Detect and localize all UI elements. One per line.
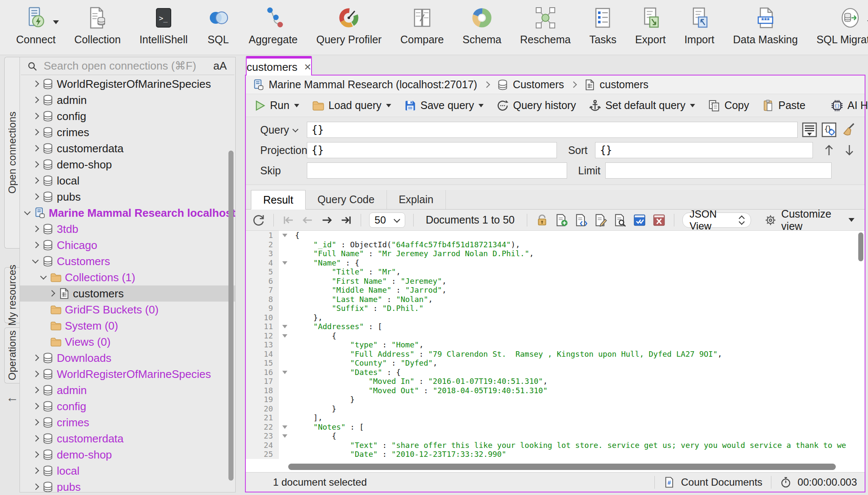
sidebar-tab-my-resources[interactable]: My resources xyxy=(4,267,19,323)
delete-doc-icon[interactable] xyxy=(652,213,666,227)
toolbar-export[interactable]: Export xyxy=(626,5,675,47)
editor-line-3[interactable]: 3 "Full Name" : "Mr Jeremey Jarrod Nolan… xyxy=(246,249,865,258)
editor-horizontal-scrollbar-thumb[interactable] xyxy=(288,464,836,470)
chevron-right-icon[interactable] xyxy=(31,402,40,411)
chevron-right-icon[interactable] xyxy=(31,160,40,169)
breadcrumb-customers[interactable]: Customers xyxy=(513,78,564,91)
toolbar-sql[interactable]: SQL xyxy=(197,5,239,47)
editor-line-17[interactable]: 17 "Moved In" : "2016-01-07T19:40:51.310… xyxy=(246,377,865,386)
query-label[interactable]: Query xyxy=(260,124,307,136)
caret-down-icon[interactable] xyxy=(386,104,391,107)
tree-item-worldregisterofmarinespecies[interactable]: WorldRegisterOfMarineSpecies xyxy=(20,76,235,92)
tree-item-gridfs-buckets-0[interactable]: GridFS Buckets (0) xyxy=(20,302,235,318)
editor-line-7[interactable]: 7 "Middle Name" : "Jarrod", xyxy=(246,285,865,295)
tree-item-crimes[interactable]: crimes xyxy=(20,124,235,140)
query-settings-icon[interactable]: {} xyxy=(821,122,837,137)
caret-down-icon[interactable] xyxy=(53,20,59,24)
fold-toggle-icon[interactable] xyxy=(279,231,291,240)
copy-button[interactable]: Copy xyxy=(708,99,749,112)
caret-down-icon[interactable] xyxy=(690,104,695,107)
collapse-sidebar-button[interactable]: ← xyxy=(6,390,19,405)
first-page-icon[interactable] xyxy=(282,213,295,227)
sort-ascending-icon[interactable] xyxy=(822,143,836,157)
count-documents-button[interactable]: Count Documents xyxy=(681,476,762,488)
tree-item-customerdata[interactable]: customerdata xyxy=(20,140,235,157)
toolbar-sql-migration[interactable]: SQL Migration xyxy=(807,5,868,47)
toolbar-query-profiler[interactable]: Query Profiler xyxy=(307,5,391,47)
tree-item-3tdb[interactable]: 3tdb xyxy=(20,221,235,237)
tree-item-system-0[interactable]: System (0) xyxy=(20,318,235,334)
tree-item-demo-shop[interactable]: demo-shop xyxy=(20,157,235,173)
page-size-select[interactable]: 50 xyxy=(369,213,405,228)
chevron-right-icon[interactable] xyxy=(31,225,40,233)
chevron-down-icon[interactable] xyxy=(31,257,40,266)
toolbar-import[interactable]: Import xyxy=(675,5,724,47)
editor-line-20[interactable]: 20 } xyxy=(246,404,865,414)
caret-down-icon[interactable] xyxy=(294,104,299,107)
editor-line-6[interactable]: 6 "First Name" : "Jeremey", xyxy=(246,277,865,286)
caret-down-icon[interactable] xyxy=(479,104,484,107)
tree-item-local[interactable]: local xyxy=(20,173,235,189)
editor-line-16[interactable]: 16 "Dates" : { xyxy=(246,368,865,377)
chevron-right-icon[interactable] xyxy=(31,144,40,153)
tree-item-collections-1[interactable]: Collections (1) xyxy=(20,269,235,285)
tree-item-views-0[interactable]: Views (0) xyxy=(20,334,235,350)
chevron-right-icon[interactable] xyxy=(31,193,40,201)
tree-item-worldregisterofmarinespecies[interactable]: WorldRegisterOfMarineSpecies xyxy=(20,366,235,382)
run-button[interactable]: Run xyxy=(253,99,299,112)
doc-edit-icon[interactable] xyxy=(594,213,607,227)
breadcrumb-marine-mammal-research-localhost-27017[interactable]: Marine Mammal Research (localhost:27017) xyxy=(269,78,477,91)
toolbar-intellishell[interactable]: >_IntelliShell xyxy=(130,5,197,47)
tree-item-downloads[interactable]: Downloads xyxy=(20,350,235,366)
toolbar-aggregate[interactable]: Aggregate xyxy=(239,5,307,47)
chevron-right-icon[interactable] xyxy=(31,386,40,394)
result-tab-result[interactable]: Result xyxy=(251,190,306,210)
limit-input[interactable] xyxy=(605,162,832,179)
result-tab-query-code[interactable]: Query Code xyxy=(306,190,387,209)
next-page-icon[interactable] xyxy=(320,213,334,227)
toolbar-data-masking[interactable]: ***Data Masking xyxy=(724,5,807,47)
previous-page-icon[interactable] xyxy=(301,213,314,227)
tree-item-customerdata[interactable]: customerdata xyxy=(20,431,235,447)
editor-line-13[interactable]: 13 "type" : "Home", xyxy=(246,340,865,350)
toolbar-compare[interactable]: Compare xyxy=(391,5,453,47)
chevron-right-icon[interactable] xyxy=(31,354,40,362)
multiline-editor-icon[interactable] xyxy=(802,122,817,137)
sidebar-scrollbar-thumb[interactable] xyxy=(228,151,234,481)
toolbar-collection[interactable]: Collection xyxy=(65,5,130,47)
chevron-right-icon[interactable] xyxy=(31,241,40,249)
skip-input[interactable] xyxy=(307,162,567,179)
view-mode-select[interactable]: JSON View xyxy=(682,213,751,228)
lock-icon[interactable] xyxy=(535,213,549,227)
editor-line-9[interactable]: 9 "Suffix" : "D.Phil." xyxy=(246,304,865,313)
editor-line-18[interactable]: 18 "Moved Out" : "2018-04-05T19:40:51.31… xyxy=(246,386,865,395)
match-case-button[interactable]: aA xyxy=(211,59,228,73)
ai-helper-button[interactable]: {}AI Helper xyxy=(831,99,868,112)
editor-line-4[interactable]: 4 "Name" : { xyxy=(246,258,865,268)
tree-item-customers[interactable]: Customers xyxy=(20,253,235,269)
editor-line-22[interactable]: 22 "Notes" : [ xyxy=(246,422,865,432)
sidebar-tab-open-connections[interactable]: Open connections xyxy=(4,57,19,249)
tree-item-pubs[interactable]: pubs xyxy=(20,189,235,205)
toolbar-reschema[interactable]: Reschema xyxy=(511,5,580,47)
customize-view-button[interactable]: Customize view xyxy=(764,208,854,232)
tree-item-crimes[interactable]: crimes xyxy=(20,414,235,431)
fold-toggle-icon[interactable] xyxy=(279,368,291,377)
query-history-button[interactable]: Query history xyxy=(496,99,576,112)
editor-line-25[interactable]: 25 "Date" : "2010-12-23T17:33:32.990" xyxy=(246,450,865,459)
json-result-editor[interactable]: 1{2 "_id" : ObjectId("64aff4c57fb4f51d18… xyxy=(246,231,865,472)
tab-customers[interactable]: customers × xyxy=(246,56,312,76)
editor-line-19[interactable]: 19 } xyxy=(246,395,865,404)
tree-item-admin[interactable]: admin xyxy=(20,92,235,108)
doc-code-icon[interactable] xyxy=(574,213,588,227)
check-all-icon[interactable] xyxy=(633,213,646,227)
fold-toggle-icon[interactable] xyxy=(279,431,291,441)
doc-add-icon[interactable] xyxy=(555,213,568,227)
tree-item-local[interactable]: local xyxy=(20,463,235,479)
projection-input[interactable] xyxy=(307,142,557,158)
save-query-button[interactable]: Save query xyxy=(404,99,484,112)
result-tab-explain[interactable]: Explain xyxy=(387,190,446,209)
tree-item-chicago[interactable]: Chicago xyxy=(20,237,235,253)
fold-toggle-icon[interactable] xyxy=(279,322,291,331)
editor-line-24[interactable]: 24 "Text" : "share offer this like your … xyxy=(246,441,865,450)
